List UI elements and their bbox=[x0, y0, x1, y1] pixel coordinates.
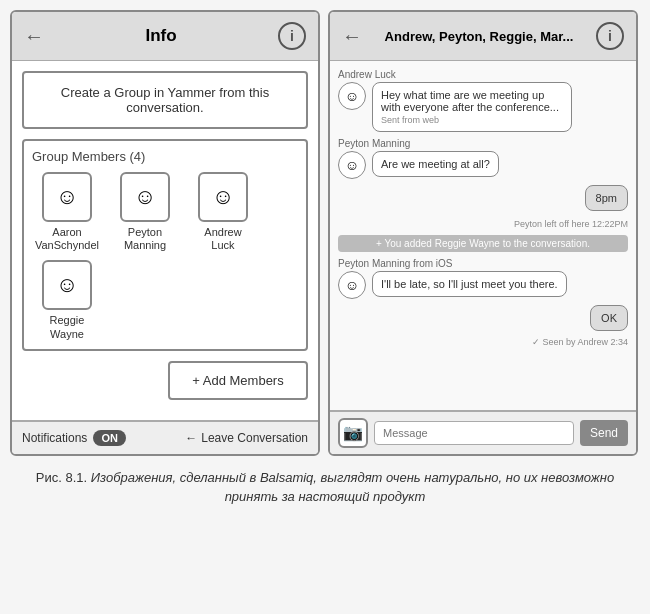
message-text: Hey what time are we meeting up with eve… bbox=[381, 89, 559, 113]
left-screen-footer: Notifications ON ← Leave Conversation bbox=[12, 420, 318, 454]
chat-message-row-right-ok: OK bbox=[338, 305, 628, 331]
chat-message-row: ☺ Are we meeting at all? bbox=[338, 151, 628, 179]
chat-footer: 📷 Send bbox=[330, 410, 636, 454]
add-members-button[interactable]: + Add Members bbox=[168, 361, 308, 400]
message-input[interactable] bbox=[374, 421, 574, 445]
group-members-title: Group Members (4) bbox=[32, 149, 298, 164]
chat-body: Andrew Luck ☺ Hey what time are we meeti… bbox=[330, 61, 636, 410]
chat-sender-label-peyton: Peyton Manning ☺ Are we meeting at all? bbox=[338, 138, 628, 179]
member-avatar: ☺ bbox=[198, 172, 248, 222]
member-name: AndrewLuck bbox=[204, 226, 241, 252]
caption-text: Изображения, сделанный в Balsamiq, выгля… bbox=[91, 470, 614, 505]
left-screen-title: Info bbox=[44, 26, 278, 46]
member-name: AaronVanSchyndel bbox=[35, 226, 99, 252]
sender-peyton-ios: Peyton Manning from iOS bbox=[338, 258, 628, 269]
left-screen-body: Create a Group in Yammer from this conve… bbox=[12, 61, 318, 420]
right-screen: ← Andrew, Peyton, Reggie, Mar... i Andre… bbox=[328, 10, 638, 456]
create-group-button[interactable]: Create a Group in Yammer from this conve… bbox=[22, 71, 308, 129]
notifications-toggle[interactable]: ON bbox=[93, 430, 126, 446]
message-text: I'll be late, so I'll just meet you ther… bbox=[381, 278, 558, 290]
notifications-label: Notifications bbox=[22, 431, 87, 445]
figure-caption: Рис. 8.1. Изображения, сделанный в Balsa… bbox=[0, 456, 650, 515]
chat-avatar: ☺ bbox=[338, 271, 366, 299]
right-screen-title: Andrew, Peyton, Reggie, Mar... bbox=[362, 29, 596, 44]
seen-label: ✓ Seen by Andrew 2:34 bbox=[338, 337, 628, 347]
sender-peyton: Peyton Manning bbox=[338, 138, 628, 149]
fig-label: Рис. 8.1. bbox=[36, 470, 91, 485]
camera-button[interactable]: 📷 bbox=[338, 418, 368, 448]
back-arrow-icon[interactable]: ← bbox=[342, 25, 362, 48]
back-arrow-icon[interactable]: ← bbox=[24, 25, 44, 48]
member-avatar: ☺ bbox=[42, 260, 92, 310]
chat-peyton-ios: Peyton Manning from iOS ☺ I'll be late, … bbox=[338, 258, 628, 299]
members-grid: ☺ AaronVanSchyndel ☺ PeytonManning ☺ And… bbox=[32, 172, 298, 341]
chat-bubble: Hey what time are we meeting up with eve… bbox=[372, 82, 572, 132]
left-header: ← Info i bbox=[12, 12, 318, 61]
notifications-group: Notifications ON bbox=[22, 430, 126, 446]
info-icon-btn[interactable]: i bbox=[278, 22, 306, 50]
group-members-section: Group Members (4) ☺ AaronVanSchyndel ☺ P… bbox=[22, 139, 308, 351]
left-screen: ← Info i Create a Group in Yammer from t… bbox=[10, 10, 320, 456]
member-item: ☺ AndrewLuck bbox=[188, 172, 258, 252]
chat-message-row-right: 8pm bbox=[338, 185, 628, 211]
leave-arrow-icon: ← bbox=[185, 431, 197, 445]
leave-label: Leave Conversation bbox=[201, 431, 308, 445]
chat-bubble: Are we meeting at all? bbox=[372, 151, 499, 177]
member-name: PeytonManning bbox=[124, 226, 166, 252]
leave-conversation-button[interactable]: ← Leave Conversation bbox=[185, 431, 308, 445]
member-avatar: ☺ bbox=[42, 172, 92, 222]
chat-bubble: I'll be late, so I'll just meet you ther… bbox=[372, 271, 567, 297]
message-text: Are we meeting at all? bbox=[381, 158, 490, 170]
chat-sender-label: Andrew Luck ☺ Hey what time are we meeti… bbox=[338, 69, 628, 132]
member-avatar: ☺ bbox=[120, 172, 170, 222]
chat-avatar: ☺ bbox=[338, 151, 366, 179]
right-header: ← Andrew, Peyton, Reggie, Mar... i bbox=[330, 12, 636, 61]
info-icon-btn-right[interactable]: i bbox=[596, 22, 624, 50]
chat-bubble-right: 8pm bbox=[585, 185, 628, 211]
left-off-label: Peyton left off here 12:22PM bbox=[338, 219, 628, 229]
member-item: ☺ ReggieWayne bbox=[32, 260, 102, 340]
member-item: ☺ AaronVanSchyndel bbox=[32, 172, 102, 252]
chat-message-row: ☺ Hey what time are we meeting up with e… bbox=[338, 82, 628, 132]
member-name: ReggieWayne bbox=[50, 314, 85, 340]
chat-avatar: ☺ bbox=[338, 82, 366, 110]
sent-from-label: Sent from web bbox=[381, 115, 563, 125]
send-button[interactable]: Send bbox=[580, 420, 628, 446]
member-item: ☺ PeytonManning bbox=[110, 172, 180, 252]
sender-andrew: Andrew Luck bbox=[338, 69, 628, 80]
chat-message-row: ☺ I'll be late, so I'll just meet you th… bbox=[338, 271, 628, 299]
chat-bubble-right-ok: OK bbox=[590, 305, 628, 331]
system-message: + You added Reggie Wayne to the conversa… bbox=[338, 235, 628, 252]
